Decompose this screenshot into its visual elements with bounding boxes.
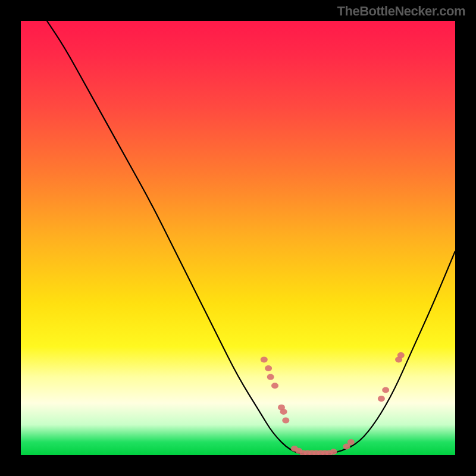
data-marker <box>261 356 268 362</box>
data-marker <box>265 365 272 371</box>
data-marker <box>397 352 405 358</box>
plot-area <box>21 21 455 455</box>
data-marker <box>347 439 355 445</box>
chart-svg <box>21 21 455 455</box>
data-marker <box>330 449 337 455</box>
data-marker <box>282 418 289 424</box>
data-marker <box>267 374 274 380</box>
data-marker <box>382 387 389 393</box>
data-markers <box>261 352 405 455</box>
data-marker <box>271 383 278 389</box>
watermark-text: TheBottleNecker.com <box>337 4 465 19</box>
bottleneck-curve <box>47 21 455 455</box>
data-marker <box>378 396 385 402</box>
data-marker <box>280 409 287 415</box>
